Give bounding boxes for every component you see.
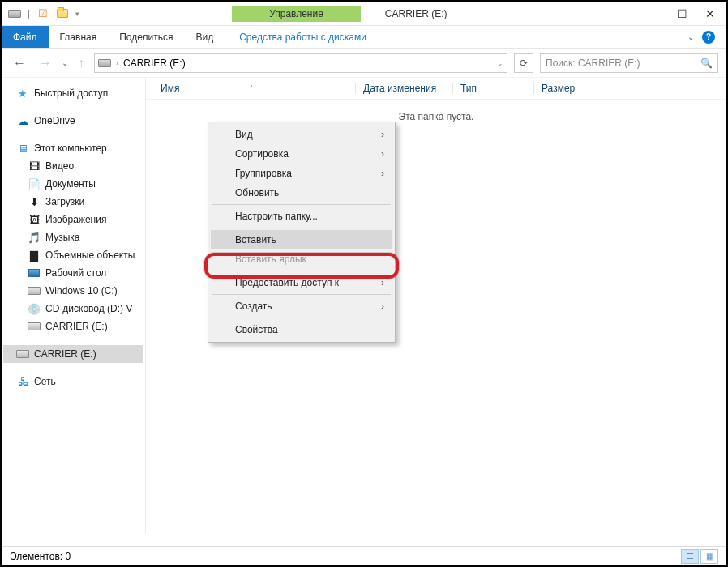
context-item-label: Сортировка	[235, 148, 289, 160]
context-item-label: Обновить	[235, 187, 279, 198]
search-box[interactable]: Поиск: CARRIER (E:) 🔍	[540, 53, 718, 73]
ribbon-tab-view[interactable]: Вид	[184, 26, 225, 48]
ribbon-tab-home[interactable]: Главная	[49, 26, 109, 48]
sidebar-item-label: CARRIER (E:)	[45, 321, 108, 332]
chevron-right-icon: ›	[381, 148, 384, 160]
address-dropdown-icon[interactable]: ⌄	[497, 59, 503, 67]
chevron-right-icon: ›	[381, 129, 384, 140]
sidebar-item-label: OneDrive	[34, 115, 75, 126]
document-icon: 📄	[28, 177, 41, 190]
context-item-paste-shortcut: Вставить ярлык	[211, 249, 392, 269]
history-dropdown-icon[interactable]: ⌄	[62, 58, 68, 67]
sidebar-item-downloads[interactable]: ⬇ Загрузки	[3, 193, 143, 211]
column-header-date[interactable]: Дата изменения	[355, 83, 452, 94]
cloud-icon: ☁	[16, 114, 29, 127]
sidebar-item-drive-e[interactable]: CARRIER (E:)	[3, 318, 143, 335]
column-headers: Имя ˄ Дата изменения Тип Размер	[146, 78, 726, 100]
desktop-icon	[28, 266, 41, 279]
sidebar-item-label: Загрузки	[45, 196, 84, 207]
context-separator	[212, 204, 391, 205]
qat-dropdown-icon[interactable]: ▾	[75, 10, 79, 18]
column-header-type[interactable]: Тип	[452, 83, 533, 94]
sidebar-item-label: Объемные объекты	[45, 249, 135, 261]
ribbon-tab-file[interactable]: Файл	[2, 26, 49, 48]
ribbon-tab-drive-tools[interactable]: Средства работы с дисками	[228, 26, 378, 48]
sidebar-item-this-pc[interactable]: 🖥 Этот компьютер	[3, 139, 143, 157]
up-button[interactable]: ↑	[75, 56, 88, 70]
sidebar-item-3d-objects[interactable]: ▇ Объемные объекты	[3, 246, 143, 264]
sidebar-item-music[interactable]: 🎵 Музыка	[3, 228, 143, 246]
sidebar-item-documents[interactable]: 📄 Документы	[3, 175, 143, 193]
address-path: CARRIER (E:)	[123, 58, 186, 69]
refresh-button[interactable]: ⟳	[514, 53, 533, 73]
chevron-right-icon: ›	[381, 168, 384, 179]
sidebar-item-label: Этот компьютер	[34, 143, 107, 154]
chevron-right-icon: ›	[381, 277, 384, 288]
view-icons-button[interactable]: ▦	[700, 549, 718, 564]
context-item-label: Вид	[235, 129, 253, 140]
context-item-share-access[interactable]: Предоставить доступ к ›	[211, 273, 392, 292]
column-header-size[interactable]: Размер	[533, 83, 598, 94]
context-item-refresh[interactable]: Обновить	[211, 183, 392, 202]
sort-arrow-icon: ˄	[250, 84, 253, 92]
chevron-right-icon: ›	[381, 301, 384, 312]
status-bar: Элементов: 0 ☰ ▦	[2, 546, 726, 565]
address-bar[interactable]: › CARRIER (E:) ⌄	[94, 53, 507, 73]
minimize-button[interactable]: —	[648, 7, 659, 20]
title-bar: | ☑ ▾ Управление CARRIER (E:) — ☐ ✕	[2, 2, 726, 26]
sidebar-item-label: Сеть	[34, 376, 56, 387]
picture-icon: 🖼	[28, 213, 41, 226]
separator-icon: |	[28, 8, 30, 19]
close-button[interactable]: ✕	[705, 7, 715, 20]
ribbon-tabs: Файл Главная Поделиться Вид Средства раб…	[2, 26, 726, 49]
view-details-button[interactable]: ☰	[681, 549, 699, 564]
navigation-pane: ★ Быстрый доступ ☁ OneDrive 🖥 Этот компь…	[2, 78, 146, 533]
context-separator	[212, 228, 391, 228]
computer-icon: 🖥	[16, 142, 29, 155]
properties-icon[interactable]: ☑	[36, 7, 49, 20]
sidebar-item-label: CD-дисковод (D:) V	[45, 303, 132, 314]
sidebar-item-carrier-e[interactable]: CARRIER (E:)	[3, 345, 143, 363]
sidebar-item-label: Документы	[45, 178, 96, 190]
context-item-label: Создать	[235, 301, 272, 312]
context-item-paste[interactable]: Вставить	[211, 230, 392, 249]
sidebar-item-label: Быстрый доступ	[34, 87, 108, 99]
sidebar-item-drive-c[interactable]: Windows 10 (C:)	[3, 282, 143, 300]
sidebar-item-onedrive[interactable]: ☁ OneDrive	[3, 112, 143, 130]
sidebar-item-videos[interactable]: 🎞 Видео	[3, 157, 143, 175]
drive-icon	[28, 320, 41, 333]
context-item-customize[interactable]: Настроить папку...	[211, 207, 392, 226]
sidebar-item-desktop[interactable]: Рабочий стол	[3, 264, 143, 282]
drive-icon	[16, 347, 29, 360]
context-item-new[interactable]: Создать ›	[211, 296, 392, 316]
new-folder-icon[interactable]	[56, 7, 69, 20]
context-item-sort[interactable]: Сортировка ›	[211, 144, 392, 164]
context-item-view[interactable]: Вид ›	[211, 125, 392, 144]
help-icon[interactable]: ?	[702, 31, 715, 44]
forward-button[interactable]: →	[36, 56, 55, 70]
maximize-button[interactable]: ☐	[677, 7, 687, 20]
context-item-properties[interactable]: Свойства	[211, 320, 392, 339]
sidebar-item-drive-d[interactable]: 💿 CD-дисковод (D:) V	[3, 300, 143, 318]
sidebar-item-label: Музыка	[45, 232, 79, 243]
context-item-label: Предоставить доступ к	[235, 277, 339, 288]
ribbon-collapse-icon[interactable]: ⌄	[687, 32, 694, 41]
ribbon-contextual-tab-manage[interactable]: Управление	[232, 6, 361, 22]
sidebar-item-label: Изображения	[45, 214, 106, 225]
context-separator	[212, 318, 391, 318]
sidebar-item-network[interactable]: 🖧 Сеть	[3, 373, 143, 390]
ribbon-tab-share[interactable]: Поделиться	[108, 26, 184, 48]
search-placeholder: Поиск: CARRIER (E:)	[546, 58, 640, 69]
sidebar-item-label: CARRIER (E:)	[34, 348, 96, 360]
star-icon: ★	[16, 87, 29, 100]
quick-access-toolbar: | ☑ ▾	[2, 7, 86, 20]
column-header-name[interactable]: Имя ˄	[152, 83, 355, 94]
back-button[interactable]: ←	[10, 56, 29, 70]
context-item-group[interactable]: Группировка ›	[211, 164, 392, 183]
cd-icon: 💿	[28, 302, 41, 315]
sidebar-item-pictures[interactable]: 🖼 Изображения	[3, 211, 143, 228]
context-item-label: Вставить	[235, 234, 276, 245]
sidebar-item-quick-access[interactable]: ★ Быстрый доступ	[3, 84, 143, 102]
context-item-label: Группировка	[235, 168, 292, 179]
network-icon: 🖧	[16, 375, 29, 388]
